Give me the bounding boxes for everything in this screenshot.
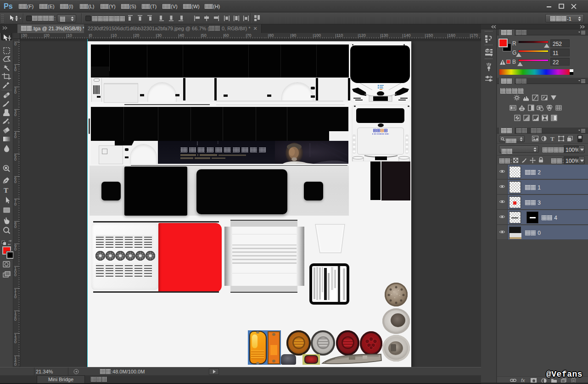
svg-text:T: T — [550, 136, 554, 141]
svg-text:T: T — [4, 187, 8, 194]
